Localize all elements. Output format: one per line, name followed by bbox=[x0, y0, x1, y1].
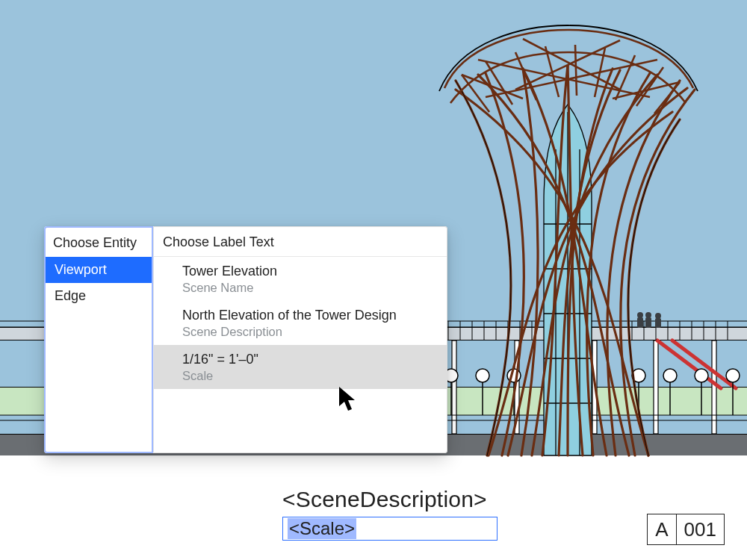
sheet-number[interactable]: 001 bbox=[677, 514, 725, 545]
autotext-tag-scale: <Scale> bbox=[288, 518, 356, 539]
label-header: Choose Label Text bbox=[154, 227, 447, 257]
entity-option-edge[interactable]: Edge bbox=[46, 283, 152, 309]
sheet-number-block: A 001 bbox=[647, 514, 725, 545]
label-value: Tower Elevation bbox=[182, 263, 438, 280]
autotext-panel: Choose Entity Viewport Edge Choose Label… bbox=[44, 226, 447, 453]
label-value: 1/16" = 1'–0" bbox=[182, 351, 438, 368]
label-value: North Elevation of the Tower Design bbox=[182, 307, 438, 324]
label-option-scene-description[interactable]: North Elevation of the Tower Design Scen… bbox=[154, 301, 447, 345]
label-list: Choose Label Text Tower Elevation Scene … bbox=[153, 226, 447, 453]
label-key: Scale bbox=[182, 368, 438, 384]
autotext-tag-scene-description[interactable]: <SceneDescription> bbox=[282, 487, 487, 512]
cursor-icon bbox=[338, 385, 357, 412]
label-key: Scene Name bbox=[182, 280, 438, 296]
sheet-letter[interactable]: A bbox=[647, 514, 676, 545]
label-option-scene-name[interactable]: Tower Elevation Scene Name bbox=[154, 257, 447, 301]
entity-list: Choose Entity Viewport Edge bbox=[44, 226, 153, 453]
label-option-scale[interactable]: 1/16" = 1'–0" Scale bbox=[154, 345, 447, 389]
entity-option-viewport[interactable]: Viewport bbox=[46, 257, 152, 283]
entity-header: Choose Entity bbox=[46, 228, 152, 257]
autotext-tag-scale-field[interactable]: <Scale> bbox=[282, 517, 498, 541]
label-key: Scene Description bbox=[182, 324, 438, 340]
